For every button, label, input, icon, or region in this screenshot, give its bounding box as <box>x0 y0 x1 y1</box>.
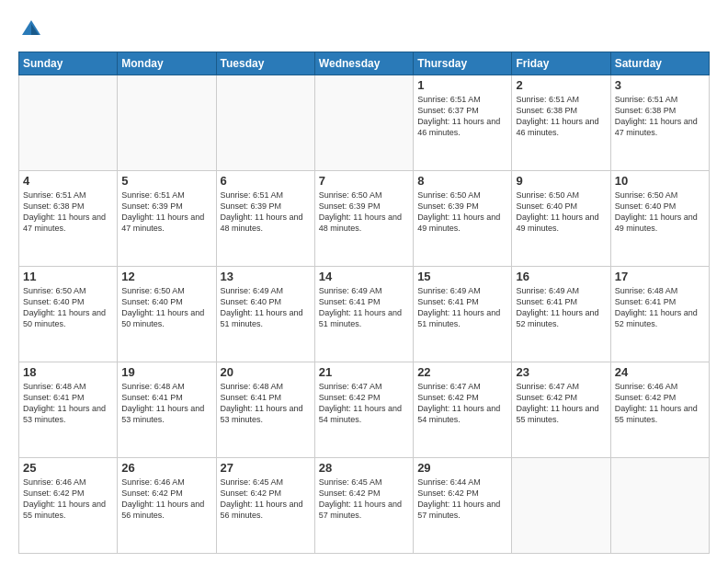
day-number: 21 <box>319 365 409 379</box>
day-cell <box>314 75 413 171</box>
week-row: 18Sunrise: 6:48 AM Sunset: 6:41 PM Dayli… <box>19 362 710 458</box>
day-info: Sunrise: 6:47 AM Sunset: 6:42 PM Dayligh… <box>319 381 409 426</box>
day-cell: 26Sunrise: 6:46 AM Sunset: 6:42 PM Dayli… <box>118 458 216 554</box>
day-number: 18 <box>23 365 113 379</box>
day-number: 1 <box>417 78 507 92</box>
day-cell <box>512 458 610 554</box>
day-info: Sunrise: 6:46 AM Sunset: 6:42 PM Dayligh… <box>615 381 705 426</box>
header-row: SundayMondayTuesdayWednesdayThursdayFrid… <box>19 52 710 75</box>
day-info: Sunrise: 6:48 AM Sunset: 6:41 PM Dayligh… <box>121 381 211 426</box>
day-info: Sunrise: 6:45 AM Sunset: 6:42 PM Dayligh… <box>221 477 311 522</box>
day-cell: 22Sunrise: 6:47 AM Sunset: 6:42 PM Dayli… <box>414 362 512 458</box>
day-cell: 21Sunrise: 6:47 AM Sunset: 6:42 PM Dayli… <box>314 362 413 458</box>
day-cell: 17Sunrise: 6:48 AM Sunset: 6:41 PM Dayli… <box>610 267 709 362</box>
day-cell: 11Sunrise: 6:50 AM Sunset: 6:40 PM Dayli… <box>19 267 118 362</box>
day-cell: 9Sunrise: 6:50 AM Sunset: 6:40 PM Daylig… <box>512 171 610 267</box>
header-day: Wednesday <box>314 52 413 75</box>
day-number: 19 <box>121 365 211 379</box>
day-cell: 16Sunrise: 6:49 AM Sunset: 6:41 PM Dayli… <box>512 267 610 362</box>
day-cell <box>216 75 314 171</box>
day-cell: 20Sunrise: 6:48 AM Sunset: 6:41 PM Dayli… <box>216 362 314 458</box>
day-cell: 13Sunrise: 6:49 AM Sunset: 6:40 PM Dayli… <box>216 267 314 362</box>
day-number: 26 <box>121 461 211 475</box>
day-info: Sunrise: 6:49 AM Sunset: 6:41 PM Dayligh… <box>417 285 507 330</box>
day-number: 15 <box>417 270 507 283</box>
day-number: 13 <box>221 270 311 283</box>
day-number: 4 <box>23 174 113 188</box>
day-cell: 12Sunrise: 6:50 AM Sunset: 6:40 PM Dayli… <box>118 267 216 362</box>
day-info: Sunrise: 6:51 AM Sunset: 6:37 PM Dayligh… <box>417 94 507 139</box>
day-info: Sunrise: 6:48 AM Sunset: 6:41 PM Dayligh… <box>23 381 113 426</box>
logo-icon <box>18 17 44 42</box>
day-cell: 27Sunrise: 6:45 AM Sunset: 6:42 PM Dayli… <box>216 458 314 554</box>
header-day: Monday <box>118 52 216 75</box>
day-info: Sunrise: 6:49 AM Sunset: 6:41 PM Dayligh… <box>319 285 409 330</box>
day-number: 5 <box>121 174 211 188</box>
day-cell <box>118 75 216 171</box>
day-cell: 6Sunrise: 6:51 AM Sunset: 6:39 PM Daylig… <box>216 171 314 267</box>
day-cell: 8Sunrise: 6:50 AM Sunset: 6:39 PM Daylig… <box>414 171 512 267</box>
day-info: Sunrise: 6:46 AM Sunset: 6:42 PM Dayligh… <box>121 477 211 522</box>
day-cell: 2Sunrise: 6:51 AM Sunset: 6:38 PM Daylig… <box>512 75 610 171</box>
day-info: Sunrise: 6:50 AM Sunset: 6:39 PM Dayligh… <box>319 190 409 235</box>
day-number: 20 <box>221 365 311 379</box>
day-info: Sunrise: 6:49 AM Sunset: 6:40 PM Dayligh… <box>221 285 311 330</box>
day-number: 7 <box>319 174 409 188</box>
header-day: Sunday <box>19 52 118 75</box>
day-info: Sunrise: 6:50 AM Sunset: 6:40 PM Dayligh… <box>615 190 705 235</box>
day-number: 14 <box>319 270 409 283</box>
day-number: 6 <box>221 174 311 188</box>
day-info: Sunrise: 6:48 AM Sunset: 6:41 PM Dayligh… <box>615 285 705 330</box>
day-info: Sunrise: 6:49 AM Sunset: 6:41 PM Dayligh… <box>516 285 606 330</box>
day-number: 9 <box>516 174 606 188</box>
day-info: Sunrise: 6:45 AM Sunset: 6:42 PM Dayligh… <box>319 477 409 522</box>
day-cell: 28Sunrise: 6:45 AM Sunset: 6:42 PM Dayli… <box>314 458 413 554</box>
day-info: Sunrise: 6:51 AM Sunset: 6:39 PM Dayligh… <box>121 190 211 235</box>
day-cell: 23Sunrise: 6:47 AM Sunset: 6:42 PM Dayli… <box>512 362 610 458</box>
day-number: 17 <box>615 270 705 283</box>
day-cell: 25Sunrise: 6:46 AM Sunset: 6:42 PM Dayli… <box>19 458 118 554</box>
day-info: Sunrise: 6:46 AM Sunset: 6:42 PM Dayligh… <box>23 477 113 522</box>
calendar-header: SundayMondayTuesdayWednesdayThursdayFrid… <box>19 52 710 75</box>
day-info: Sunrise: 6:51 AM Sunset: 6:38 PM Dayligh… <box>23 190 113 235</box>
day-number: 8 <box>417 174 507 188</box>
day-number: 22 <box>417 365 507 379</box>
week-row: 11Sunrise: 6:50 AM Sunset: 6:40 PM Dayli… <box>19 267 710 362</box>
header-day: Tuesday <box>216 52 314 75</box>
day-number: 12 <box>121 270 211 283</box>
day-number: 11 <box>23 270 113 283</box>
day-cell: 29Sunrise: 6:44 AM Sunset: 6:42 PM Dayli… <box>414 458 512 554</box>
day-number: 27 <box>221 461 311 475</box>
header-day: Friday <box>512 52 610 75</box>
day-cell: 24Sunrise: 6:46 AM Sunset: 6:42 PM Dayli… <box>610 362 709 458</box>
header <box>18 17 710 42</box>
day-cell: 19Sunrise: 6:48 AM Sunset: 6:41 PM Dayli… <box>118 362 216 458</box>
day-cell: 14Sunrise: 6:49 AM Sunset: 6:41 PM Dayli… <box>314 267 413 362</box>
day-number: 23 <box>516 365 606 379</box>
day-number: 25 <box>23 461 113 475</box>
day-info: Sunrise: 6:47 AM Sunset: 6:42 PM Dayligh… <box>417 381 507 426</box>
page: SundayMondayTuesdayWednesdayThursdayFrid… <box>0 0 728 563</box>
day-number: 2 <box>516 78 606 92</box>
day-info: Sunrise: 6:47 AM Sunset: 6:42 PM Dayligh… <box>516 381 606 426</box>
day-info: Sunrise: 6:51 AM Sunset: 6:38 PM Dayligh… <box>516 94 606 139</box>
day-info: Sunrise: 6:50 AM Sunset: 6:40 PM Dayligh… <box>23 285 113 330</box>
logo <box>18 17 48 42</box>
header-day: Saturday <box>610 52 709 75</box>
day-number: 24 <box>615 365 705 379</box>
calendar-body: 1Sunrise: 6:51 AM Sunset: 6:37 PM Daylig… <box>19 75 710 554</box>
day-info: Sunrise: 6:44 AM Sunset: 6:42 PM Dayligh… <box>417 477 507 522</box>
day-cell: 7Sunrise: 6:50 AM Sunset: 6:39 PM Daylig… <box>314 171 413 267</box>
day-info: Sunrise: 6:51 AM Sunset: 6:38 PM Dayligh… <box>615 94 705 139</box>
day-cell: 5Sunrise: 6:51 AM Sunset: 6:39 PM Daylig… <box>118 171 216 267</box>
day-cell <box>610 458 709 554</box>
header-day: Thursday <box>414 52 512 75</box>
day-cell: 18Sunrise: 6:48 AM Sunset: 6:41 PM Dayli… <box>19 362 118 458</box>
day-cell <box>19 75 118 171</box>
day-number: 16 <box>516 270 606 283</box>
week-row: 25Sunrise: 6:46 AM Sunset: 6:42 PM Dayli… <box>19 458 710 554</box>
day-number: 3 <box>615 78 705 92</box>
week-row: 1Sunrise: 6:51 AM Sunset: 6:37 PM Daylig… <box>19 75 710 171</box>
day-cell: 3Sunrise: 6:51 AM Sunset: 6:38 PM Daylig… <box>610 75 709 171</box>
day-info: Sunrise: 6:51 AM Sunset: 6:39 PM Dayligh… <box>221 190 311 235</box>
